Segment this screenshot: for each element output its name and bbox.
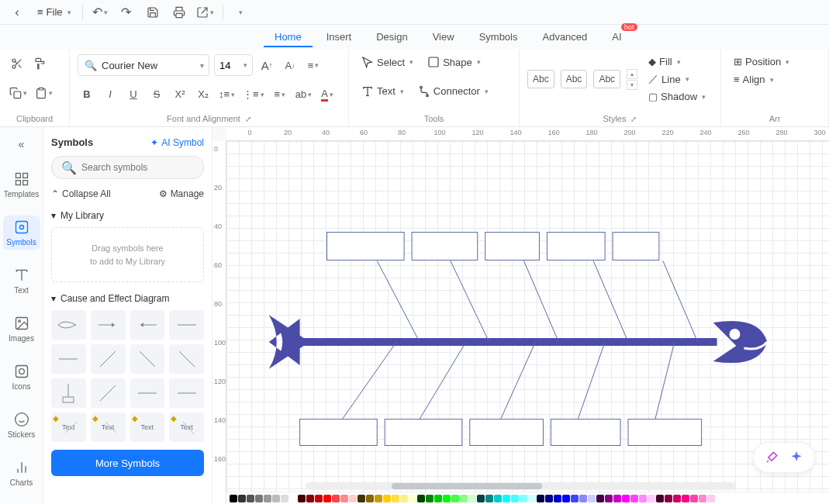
shape-bone-nw[interactable] <box>130 344 165 374</box>
ai-sparkle-button[interactable] <box>786 447 807 468</box>
expand-icon[interactable]: ⤢ <box>245 115 251 123</box>
paste-button[interactable]: ▾ <box>33 84 54 102</box>
color-swatch[interactable] <box>545 495 553 502</box>
color-swatch[interactable] <box>315 495 323 502</box>
font-family-select[interactable]: 🔍 Courier New ▾ <box>78 54 209 76</box>
color-swatch[interactable] <box>264 495 271 502</box>
color-swatch[interactable] <box>682 495 689 502</box>
manage-button[interactable]: ⚙Manage <box>159 188 204 199</box>
color-swatch[interactable] <box>648 495 655 502</box>
leftbar-text[interactable]: Text <box>3 264 40 298</box>
cut-button[interactable] <box>8 54 26 73</box>
symbol-search[interactable]: 🔍 <box>51 156 204 179</box>
color-swatch[interactable] <box>579 495 587 502</box>
leftbar-templates[interactable]: Templates <box>3 167 40 202</box>
color-swatch[interactable] <box>400 495 408 502</box>
file-menu[interactable]: ≡ File ▾ <box>33 6 76 18</box>
fill-button[interactable]: ◆ Fill▾ <box>644 54 710 69</box>
superscript-button[interactable]: X² <box>171 85 189 104</box>
shape-fishhead[interactable] <box>51 310 86 340</box>
color-swatch[interactable] <box>528 495 536 502</box>
color-swatch[interactable] <box>673 495 681 502</box>
color-swatch[interactable] <box>230 495 237 502</box>
color-swatch[interactable] <box>571 495 579 502</box>
menu-design[interactable]: Design <box>365 28 418 47</box>
underline-button[interactable]: U <box>124 85 143 104</box>
ai-wand-button[interactable] <box>762 447 782 468</box>
style-preset-3[interactable]: Abc <box>593 70 620 88</box>
shape-bone-ne[interactable] <box>91 344 126 374</box>
style-gallery-spinner[interactable]: ▴▾ <box>627 69 637 90</box>
color-swatch[interactable] <box>392 495 399 502</box>
color-swatch[interactable] <box>690 495 698 502</box>
fishbone-diagram[interactable] <box>226 141 829 504</box>
redo-button[interactable]: ↷ <box>116 2 137 23</box>
color-swatch[interactable] <box>349 495 357 502</box>
shape-bone-sw[interactable] <box>91 378 126 408</box>
color-swatch[interactable] <box>247 495 254 502</box>
style-preset-1[interactable]: Abc <box>527 70 554 88</box>
color-swatch[interactable] <box>699 495 706 502</box>
color-swatch[interactable] <box>306 495 314 502</box>
style-preset-2[interactable]: Abc <box>561 70 588 88</box>
format-painter-button[interactable] <box>31 54 50 73</box>
color-swatch[interactable] <box>340 495 348 502</box>
color-swatch[interactable] <box>656 495 664 502</box>
shadow-button[interactable]: ▢ Shadow▾ <box>644 89 710 104</box>
line-spacing-button[interactable]: ↕≡▾ <box>217 85 237 104</box>
color-swatch[interactable] <box>537 495 544 502</box>
color-swatch[interactable] <box>366 495 374 502</box>
undo-button[interactable]: ↶▾ <box>89 2 111 23</box>
line-button[interactable]: ／ Line▾ <box>644 71 710 88</box>
color-swatch[interactable] <box>323 495 331 502</box>
ai-symbol-button[interactable]: ✦AI Symbol <box>150 137 204 148</box>
color-swatch[interactable] <box>255 495 263 502</box>
color-swatch[interactable] <box>622 495 630 502</box>
color-swatch[interactable] <box>281 495 288 502</box>
align-objects-button[interactable]: ≡ Align▾ <box>729 72 820 87</box>
connector-tool[interactable]: Connector▾ <box>413 84 493 99</box>
symbol-search-input[interactable] <box>81 162 198 173</box>
color-swatch[interactable] <box>460 495 468 502</box>
collapse-all-button[interactable]: ⌃Collapse All <box>51 188 111 199</box>
color-swatch[interactable] <box>477 495 485 502</box>
color-swatch[interactable] <box>596 495 604 502</box>
color-swatch[interactable] <box>358 495 365 502</box>
leftbar-icons[interactable]: Icons <box>3 360 40 394</box>
expand-icon[interactable]: ⤢ <box>630 115 637 123</box>
shape-tool[interactable]: Shape▾ <box>423 54 485 70</box>
leftbar-stickers[interactable]: Stickers <box>3 408 40 442</box>
color-swatch[interactable] <box>707 495 715 502</box>
shape-text-4[interactable]: ◆Text <box>169 413 204 442</box>
cause-effect-section[interactable]: ▾Cause and Effect Diagram <box>51 293 204 304</box>
shape-text-1[interactable]: ◆Text <box>51 413 86 442</box>
font-size-select[interactable]: 14 ▾ <box>214 54 253 76</box>
color-swatch[interactable] <box>613 495 621 502</box>
color-swatch[interactable] <box>562 495 570 502</box>
color-swatch[interactable] <box>272 495 280 502</box>
font-color-button[interactable]: A▾ <box>318 85 337 104</box>
select-tool[interactable]: Select▾ <box>357 54 418 70</box>
subscript-button[interactable]: X₂ <box>194 85 212 104</box>
menu-insert[interactable]: Insert <box>316 28 363 47</box>
more-quick-button[interactable]: ▾ <box>230 2 251 23</box>
back-button[interactable]: ‹ <box>6 2 28 23</box>
leftbar-symbols[interactable]: Symbols <box>3 216 40 250</box>
shape-line-h3[interactable] <box>130 378 165 408</box>
decrease-font-button[interactable]: A↓ <box>281 56 299 74</box>
color-swatch[interactable] <box>503 495 510 502</box>
color-swatch[interactable] <box>639 495 647 502</box>
color-swatch[interactable] <box>375 495 382 502</box>
color-swatch[interactable] <box>605 495 613 502</box>
color-swatch[interactable] <box>665 495 672 502</box>
color-swatch[interactable] <box>298 495 306 502</box>
menu-advanced[interactable]: Advanced <box>531 28 598 47</box>
color-swatch[interactable] <box>238 495 246 502</box>
bullets-button[interactable]: ⋮≡▾ <box>241 85 266 104</box>
shape-arrow-right[interactable] <box>91 310 126 340</box>
color-swatch[interactable] <box>630 495 638 502</box>
color-swatch[interactable] <box>494 495 502 502</box>
strike-button[interactable]: S <box>147 85 166 104</box>
shape-text-2[interactable]: ◆Text <box>91 413 126 442</box>
scrollbar-thumb[interactable] <box>392 483 542 489</box>
